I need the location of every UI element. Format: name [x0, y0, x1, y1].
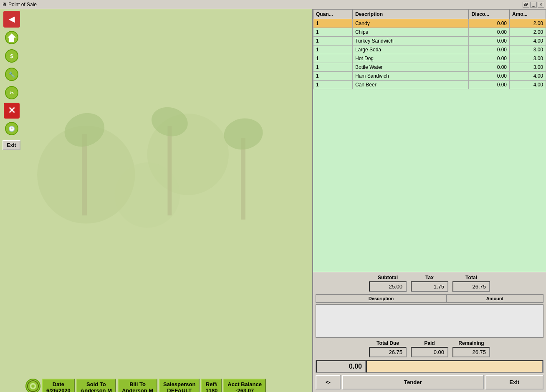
total-due-label: Total Due [377, 340, 399, 346]
back-sidebar-button[interactable]: ◀ [3, 11, 20, 28]
restore-button[interactable]: 🗗 [523, 2, 529, 8]
amount-entry-area: 0.00 [316, 360, 543, 373]
row-amt: 4.00 [510, 72, 546, 81]
row-amt: 3.00 [510, 54, 546, 63]
total-due-value: 26.75 [369, 347, 407, 357]
amount-input[interactable] [366, 360, 543, 373]
home-sidebar-button[interactable] [3, 29, 20, 46]
background-decoration [25, 12, 310, 379]
window-controls: 🗗 _ ✕ [523, 2, 544, 8]
svg-point-14 [60, 108, 109, 152]
order-row-4[interactable]: 1 Hot Dog 0.00 3.00 [313, 54, 546, 63]
row-amt: 2.00 [510, 19, 546, 28]
paid-value: 0.00 [411, 347, 448, 357]
row-disc: 0.00 [469, 28, 510, 37]
payment-desc-header: Description [316, 295, 447, 303]
remaining-label: Remaining [458, 340, 484, 346]
sidebar: ◀ $ 🔧 ✂ ✕ [0, 9, 23, 392]
svg-point-12 [115, 162, 180, 228]
payment-table-area [316, 304, 543, 338]
svg-point-11 [147, 114, 229, 195]
row-amt: 3.00 [510, 46, 546, 54]
svg-point-10 [37, 126, 135, 223]
due-row: Total Due 26.75 Paid 0.00 Remaining 26.7… [316, 340, 543, 357]
right-panel: Quan... Description Disco... Amo... 1 Ca… [312, 9, 546, 392]
back-button[interactable]: <- [316, 375, 341, 389]
disc-column-header: Disco... [469, 10, 510, 19]
row-desc: Can Beer [352, 81, 469, 89]
row-desc: Chips [352, 28, 469, 37]
amount-display: 0.00 [316, 360, 366, 373]
row-disc: 0.00 [469, 72, 510, 81]
order-row-0[interactable]: 1 Candy 0.00 2.00 [313, 19, 546, 28]
salesperson-button[interactable]: SalespersonDEFAULT [159, 379, 200, 392]
svg-point-21 [31, 384, 35, 388]
subtotal-group: Subtotal 25.00 [369, 275, 407, 292]
svg-text:$: $ [10, 53, 13, 59]
clock-sidebar-button[interactable]: 🕐 [3, 120, 20, 137]
row-disc: 0.00 [469, 81, 510, 89]
minimize-button[interactable]: _ [530, 2, 537, 8]
svg-rect-15 [168, 126, 172, 215]
row-amt: 2.00 [510, 28, 546, 37]
row-qty: 1 [313, 54, 353, 63]
money-sidebar-button[interactable]: $ [3, 48, 20, 64]
order-row-6[interactable]: 1 Ham Sandwich 0.00 4.00 [313, 72, 546, 81]
close-sidebar-button[interactable]: ✕ [4, 103, 20, 119]
row-qty: 1 [313, 19, 353, 28]
paid-label: Paid [424, 340, 435, 346]
exit-sidebar-button[interactable]: Exit [3, 140, 20, 150]
row-qty: 1 [313, 63, 353, 72]
row-amt: 4.00 [510, 81, 546, 89]
app-logo [25, 379, 40, 392]
amt-column-header: Amo... [510, 10, 546, 19]
row-disc: 0.00 [469, 54, 510, 63]
order-row-2[interactable]: 1 Turkey Sandwich 0.00 4.00 [313, 37, 546, 46]
close-window-button[interactable]: ✕ [538, 2, 544, 8]
order-table: Quan... Description Disco... Amo... 1 Ca… [313, 9, 546, 272]
row-disc: 0.00 [469, 37, 510, 46]
exit-button[interactable]: Exit [485, 375, 543, 389]
order-row-1[interactable]: 1 Chips 0.00 2.00 [313, 28, 546, 37]
payment-table: Description Amount [316, 294, 543, 303]
row-amt: 4.00 [510, 37, 546, 46]
scissors-sidebar-button[interactable]: ✂ [3, 84, 20, 101]
header-bar: Date6/26/2020 Sold ToAnderson M Bill ToA… [25, 379, 310, 392]
svg-rect-17 [241, 138, 245, 220]
row-qty: 1 [313, 46, 353, 54]
row-qty: 1 [313, 28, 353, 37]
row-qty: 1 [313, 37, 353, 46]
bottom-buttons: <- Tender Exit [316, 375, 543, 389]
total-due-group: Total Due 26.75 [369, 340, 407, 357]
tax-value: 1.75 [411, 281, 448, 292]
order-row-7[interactable]: 1 Can Beer 0.00 4.00 [313, 81, 546, 89]
main-container: ◀ $ 🔧 ✂ ✕ [0, 9, 546, 392]
payment-amt-header: Amount [446, 295, 543, 303]
row-qty: 1 [313, 81, 353, 89]
date-button[interactable]: Date6/26/2020 [42, 379, 75, 392]
row-desc: Bottle Water [352, 63, 469, 72]
app-icon: 🖥 [2, 2, 7, 8]
tender-button[interactable]: Tender [342, 375, 484, 389]
total-label: Total [465, 275, 477, 281]
order-row-5[interactable]: 1 Bottle Water 0.00 3.00 [313, 63, 546, 72]
sold-to-button[interactable]: Sold ToAnderson M [76, 379, 116, 392]
row-desc: Hot Dog [352, 54, 469, 63]
paid-group: Paid 0.00 [411, 340, 448, 357]
svg-point-18 [221, 115, 265, 152]
svg-point-16 [148, 103, 191, 140]
ref-button[interactable]: Ref#1180 [201, 379, 222, 392]
subtotal-row: Subtotal 25.00 Tax 1.75 Total 26.75 [316, 275, 543, 292]
bill-to-button[interactable]: Bill ToAnderson M [118, 379, 157, 392]
total-value: 26.75 [452, 281, 490, 292]
row-disc: 0.00 [469, 63, 510, 72]
acct-balance-button[interactable]: Acct Balance-263.07 [223, 379, 266, 392]
title-bar-title: Point of Sale [8, 2, 37, 8]
remaining-group: Remaining 26.75 [452, 340, 490, 357]
order-row-3[interactable]: 1 Large Soda 0.00 3.00 [313, 46, 546, 54]
row-desc: Large Soda [352, 46, 469, 54]
row-qty: 1 [313, 72, 353, 81]
row-amt: 3.00 [510, 63, 546, 72]
row-disc: 0.00 [469, 46, 510, 54]
tools-sidebar-button[interactable]: 🔧 [3, 66, 20, 83]
